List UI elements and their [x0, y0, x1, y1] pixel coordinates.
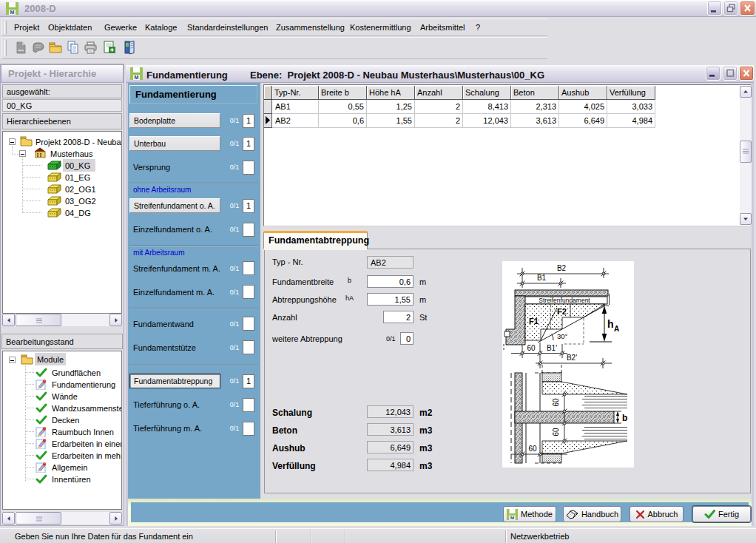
svg-text:M: M [10, 10, 15, 15]
svg-text:M: M [135, 75, 139, 80]
svg-text:F2: F2 [557, 307, 567, 316]
svg-text:F1: F1 [529, 317, 539, 326]
svg-text:B2': B2' [567, 354, 577, 362]
svg-text:M: M [510, 515, 514, 520]
svg-text:A: A [614, 325, 619, 333]
svg-text:B2: B2 [557, 264, 567, 272]
svg-text:B1': B1' [547, 344, 557, 352]
svg-text:h: h [607, 318, 614, 330]
svg-text:60: 60 [552, 398, 560, 407]
svg-text:60: 60 [552, 428, 560, 436]
svg-text:Streifenfundament: Streifenfundament [539, 297, 590, 304]
svg-text:B1: B1 [537, 274, 547, 282]
svg-text:b: b [622, 413, 627, 423]
svg-text:60: 60 [527, 344, 536, 352]
svg-text:60: 60 [528, 445, 537, 453]
svg-text:30°: 30° [557, 332, 568, 340]
